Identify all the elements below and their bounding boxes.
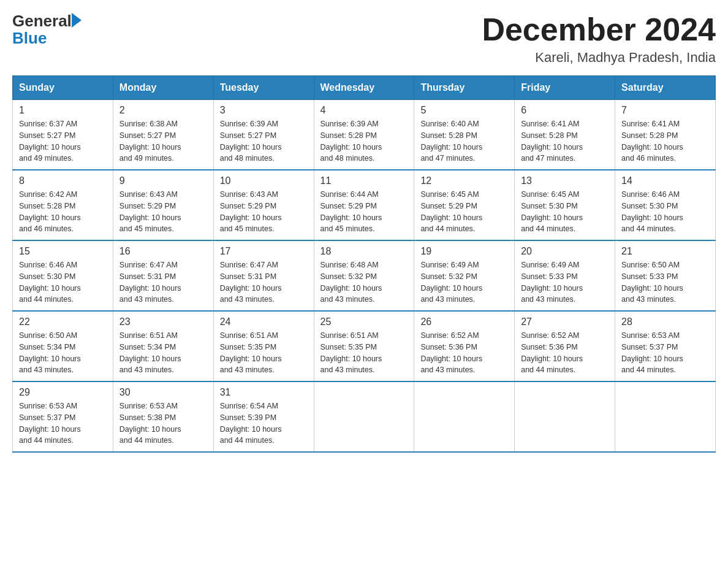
day-info: Sunrise: 6:45 AM Sunset: 5:30 PM Dayligh… <box>521 189 609 235</box>
calendar-cell <box>515 381 615 452</box>
day-info: Sunrise: 6:47 AM Sunset: 5:31 PM Dayligh… <box>220 259 308 305</box>
calendar-cell: 29 Sunrise: 6:53 AM Sunset: 5:37 PM Dayl… <box>13 381 113 452</box>
day-number: 29 <box>19 387 107 398</box>
day-number: 6 <box>521 105 609 116</box>
calendar-cell <box>615 381 716 452</box>
calendar-cell: 2 Sunrise: 6:38 AM Sunset: 5:27 PM Dayli… <box>113 100 213 170</box>
day-number: 1 <box>19 105 107 116</box>
logo-arrow-icon <box>72 13 82 28</box>
day-number: 22 <box>19 316 107 327</box>
calendar-cell: 12 Sunrise: 6:45 AM Sunset: 5:29 PM Dayl… <box>414 170 515 240</box>
month-title: December 2024 <box>482 12 716 47</box>
calendar-week-row: 1 Sunrise: 6:37 AM Sunset: 5:27 PM Dayli… <box>13 100 716 170</box>
day-info: Sunrise: 6:42 AM Sunset: 5:28 PM Dayligh… <box>19 189 107 235</box>
header-wednesday: Wednesday <box>314 76 414 100</box>
calendar-cell: 27 Sunrise: 6:52 AM Sunset: 5:36 PM Dayl… <box>515 311 615 381</box>
day-info: Sunrise: 6:47 AM Sunset: 5:31 PM Dayligh… <box>119 259 207 305</box>
day-number: 13 <box>521 175 609 186</box>
calendar-cell <box>314 381 414 452</box>
day-number: 7 <box>621 105 709 116</box>
calendar-cell: 25 Sunrise: 6:51 AM Sunset: 5:35 PM Dayl… <box>314 311 414 381</box>
header-saturday: Saturday <box>615 76 716 100</box>
day-info: Sunrise: 6:51 AM Sunset: 5:35 PM Dayligh… <box>320 330 408 376</box>
calendar-week-row: 15 Sunrise: 6:46 AM Sunset: 5:30 PM Dayl… <box>13 240 716 311</box>
day-number: 11 <box>320 175 408 186</box>
day-number: 28 <box>621 316 709 327</box>
day-number: 30 <box>119 387 207 398</box>
title-block: December 2024 Kareli, Madhya Pradesh, In… <box>482 12 716 66</box>
logo-general-text: General <box>12 12 72 30</box>
calendar-cell: 14 Sunrise: 6:46 AM Sunset: 5:30 PM Dayl… <box>615 170 716 240</box>
day-number: 31 <box>220 387 308 398</box>
day-info: Sunrise: 6:41 AM Sunset: 5:28 PM Dayligh… <box>621 118 709 164</box>
day-info: Sunrise: 6:52 AM Sunset: 5:36 PM Dayligh… <box>521 330 609 376</box>
day-number: 17 <box>220 246 308 257</box>
day-number: 9 <box>119 175 207 186</box>
calendar-cell: 24 Sunrise: 6:51 AM Sunset: 5:35 PM Dayl… <box>213 311 314 381</box>
day-info: Sunrise: 6:52 AM Sunset: 5:36 PM Dayligh… <box>420 330 508 376</box>
day-info: Sunrise: 6:46 AM Sunset: 5:30 PM Dayligh… <box>19 259 107 305</box>
logo-blue-text: Blue <box>12 30 47 46</box>
day-info: Sunrise: 6:37 AM Sunset: 5:27 PM Dayligh… <box>19 118 107 164</box>
day-number: 24 <box>220 316 308 327</box>
day-info: Sunrise: 6:53 AM Sunset: 5:37 PM Dayligh… <box>621 330 709 376</box>
day-info: Sunrise: 6:43 AM Sunset: 5:29 PM Dayligh… <box>220 189 308 235</box>
calendar-cell: 15 Sunrise: 6:46 AM Sunset: 5:30 PM Dayl… <box>13 240 113 311</box>
day-number: 3 <box>220 105 308 116</box>
day-number: 19 <box>420 246 508 257</box>
day-info: Sunrise: 6:51 AM Sunset: 5:34 PM Dayligh… <box>119 330 207 376</box>
day-info: Sunrise: 6:53 AM Sunset: 5:37 PM Dayligh… <box>19 400 107 446</box>
location-title: Kareli, Madhya Pradesh, India <box>482 50 716 66</box>
day-info: Sunrise: 6:40 AM Sunset: 5:28 PM Dayligh… <box>420 118 508 164</box>
calendar-cell: 20 Sunrise: 6:49 AM Sunset: 5:33 PM Dayl… <box>515 240 615 311</box>
calendar-cell: 5 Sunrise: 6:40 AM Sunset: 5:28 PM Dayli… <box>414 100 515 170</box>
day-info: Sunrise: 6:54 AM Sunset: 5:39 PM Dayligh… <box>220 400 308 446</box>
calendar-cell: 10 Sunrise: 6:43 AM Sunset: 5:29 PM Dayl… <box>213 170 314 240</box>
day-number: 5 <box>420 105 508 116</box>
header-tuesday: Tuesday <box>213 76 314 100</box>
calendar-header-row: Sunday Monday Tuesday Wednesday Thursday… <box>13 76 716 100</box>
day-number: 27 <box>521 316 609 327</box>
calendar-cell: 3 Sunrise: 6:39 AM Sunset: 5:27 PM Dayli… <box>213 100 314 170</box>
calendar-cell: 21 Sunrise: 6:50 AM Sunset: 5:33 PM Dayl… <box>615 240 716 311</box>
day-info: Sunrise: 6:39 AM Sunset: 5:28 PM Dayligh… <box>320 118 408 164</box>
day-info: Sunrise: 6:38 AM Sunset: 5:27 PM Dayligh… <box>119 118 207 164</box>
calendar-cell: 28 Sunrise: 6:53 AM Sunset: 5:37 PM Dayl… <box>615 311 716 381</box>
calendar-cell: 16 Sunrise: 6:47 AM Sunset: 5:31 PM Dayl… <box>113 240 213 311</box>
calendar-cell <box>414 381 515 452</box>
calendar-week-row: 22 Sunrise: 6:50 AM Sunset: 5:34 PM Dayl… <box>13 311 716 381</box>
calendar-cell: 11 Sunrise: 6:44 AM Sunset: 5:29 PM Dayl… <box>314 170 414 240</box>
day-info: Sunrise: 6:53 AM Sunset: 5:38 PM Dayligh… <box>119 400 207 446</box>
calendar-table: Sunday Monday Tuesday Wednesday Thursday… <box>12 75 716 453</box>
calendar-cell: 31 Sunrise: 6:54 AM Sunset: 5:39 PM Dayl… <box>213 381 314 452</box>
header-friday: Friday <box>515 76 615 100</box>
day-number: 18 <box>320 246 408 257</box>
calendar-cell: 4 Sunrise: 6:39 AM Sunset: 5:28 PM Dayli… <box>314 100 414 170</box>
day-number: 8 <box>19 175 107 186</box>
calendar-cell: 23 Sunrise: 6:51 AM Sunset: 5:34 PM Dayl… <box>113 311 213 381</box>
calendar-cell: 9 Sunrise: 6:43 AM Sunset: 5:29 PM Dayli… <box>113 170 213 240</box>
day-info: Sunrise: 6:50 AM Sunset: 5:33 PM Dayligh… <box>621 259 709 305</box>
day-info: Sunrise: 6:46 AM Sunset: 5:30 PM Dayligh… <box>621 189 709 235</box>
day-number: 25 <box>320 316 408 327</box>
calendar-week-row: 29 Sunrise: 6:53 AM Sunset: 5:37 PM Dayl… <box>13 381 716 452</box>
calendar-cell: 13 Sunrise: 6:45 AM Sunset: 5:30 PM Dayl… <box>515 170 615 240</box>
day-number: 16 <box>119 246 207 257</box>
calendar-cell: 22 Sunrise: 6:50 AM Sunset: 5:34 PM Dayl… <box>13 311 113 381</box>
day-info: Sunrise: 6:41 AM Sunset: 5:28 PM Dayligh… <box>521 118 609 164</box>
day-number: 2 <box>119 105 207 116</box>
header-sunday: Sunday <box>13 76 113 100</box>
day-info: Sunrise: 6:43 AM Sunset: 5:29 PM Dayligh… <box>119 189 207 235</box>
calendar-cell: 19 Sunrise: 6:49 AM Sunset: 5:32 PM Dayl… <box>414 240 515 311</box>
day-info: Sunrise: 6:48 AM Sunset: 5:32 PM Dayligh… <box>320 259 408 305</box>
header-thursday: Thursday <box>414 76 515 100</box>
day-number: 26 <box>420 316 508 327</box>
day-info: Sunrise: 6:49 AM Sunset: 5:32 PM Dayligh… <box>420 259 508 305</box>
logo: General Blue <box>12 12 82 46</box>
calendar-cell: 6 Sunrise: 6:41 AM Sunset: 5:28 PM Dayli… <box>515 100 615 170</box>
day-info: Sunrise: 6:45 AM Sunset: 5:29 PM Dayligh… <box>420 189 508 235</box>
calendar-cell: 8 Sunrise: 6:42 AM Sunset: 5:28 PM Dayli… <box>13 170 113 240</box>
header-monday: Monday <box>113 76 213 100</box>
day-number: 21 <box>621 246 709 257</box>
calendar-cell: 18 Sunrise: 6:48 AM Sunset: 5:32 PM Dayl… <box>314 240 414 311</box>
